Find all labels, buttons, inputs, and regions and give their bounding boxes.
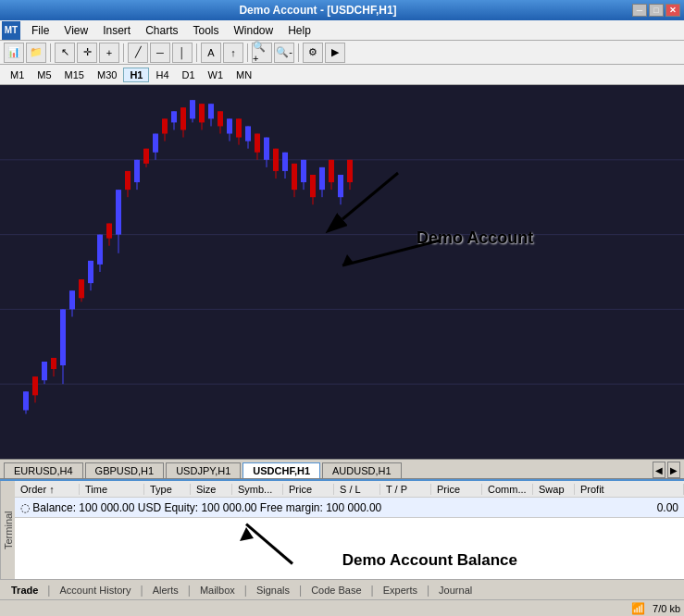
data-usage: 7/0 kb [653,603,680,614]
svg-rect-28 [125,171,131,190]
line-tool-btn[interactable]: ╱ [128,43,148,63]
chart-fwd-btn[interactable]: ▶ [325,43,345,63]
col-size: Size [191,484,232,495]
svg-rect-74 [338,175,343,197]
col-price: Price [283,484,334,495]
tab-mailbox[interactable]: Mailbox [193,583,243,598]
menu-charts[interactable]: Charts [138,22,185,39]
tf-w1[interactable]: W1 [202,68,230,82]
svg-rect-76 [347,160,353,182]
svg-rect-66 [301,160,306,182]
menu-view[interactable]: View [56,22,95,39]
close-button[interactable]: ✕ [665,4,680,17]
svg-rect-10 [42,362,47,380]
svg-rect-30 [134,160,140,182]
chart-area[interactable]: Demo Account [0,85,684,459]
svg-rect-14 [60,309,66,365]
timeframe-bar: M1 M5 M15 M30 H1 H4 D1 W1 MN [0,65,684,85]
crosshair-btn[interactable]: ✛ [77,43,97,63]
svg-rect-18 [79,279,84,298]
col-comm: Comm... [482,484,533,495]
balance-info: ◌ Balance: 100 000.00 USD Equity: 100 00… [20,501,628,514]
tf-m5[interactable]: M5 [31,68,57,82]
cursor-btn[interactable]: ↖ [55,43,75,63]
new-chart-btn[interactable]: 📊 [4,43,24,63]
tf-h1[interactable]: H1 [123,68,149,82]
tab-account-history[interactable]: Account History [52,583,138,598]
minimize-button[interactable]: ─ [632,4,647,17]
vline-btn[interactable]: │ [172,43,193,63]
svg-rect-38 [171,111,177,122]
tf-h4[interactable]: H4 [149,68,175,82]
terminal-label: Terminal [0,481,15,579]
svg-rect-24 [106,223,112,238]
svg-line-81 [246,524,292,564]
svg-marker-82 [240,527,254,541]
svg-rect-64 [292,164,297,190]
menu-help[interactable]: Help [280,22,318,39]
chart-tab-gbpusd[interactable]: GBPUSD,H1 [85,462,165,478]
tf-m1[interactable]: M1 [4,68,31,82]
tf-m30[interactable]: M30 [91,68,123,82]
open-btn[interactable]: 📁 [26,43,46,63]
col-time: Time [80,484,144,495]
menu-file[interactable]: File [24,22,56,39]
svg-rect-40 [180,107,186,129]
arrow-btn[interactable]: ↑ [223,43,243,63]
tab-signals[interactable]: Signals [249,583,297,598]
tf-m15[interactable]: M15 [58,68,91,82]
tab-experts[interactable]: Experts [376,583,425,598]
status-bar: 📶 7/0 kb [0,599,684,616]
chart-tab-usdjpy[interactable]: USDJPY,H1 [166,462,241,478]
svg-rect-12 [51,358,56,369]
svg-rect-32 [143,149,149,164]
chart-tab-eurusd[interactable]: EURUSD,H4 [4,462,83,478]
col-price2: Price [431,484,482,495]
app-logo: MT [2,21,20,40]
text-btn[interactable]: A [201,43,221,63]
toolbar: 📊 📁 ↖ ✛ + ╱ ─ │ A ↑ 🔍+ 🔍- ⚙ ▶ [0,41,684,65]
svg-rect-48 [218,111,223,126]
toolbar-sep-2 [123,43,124,62]
zoom-chart-out-btn[interactable]: 🔍- [274,43,294,63]
chart-tab-usdchf[interactable]: USDCHF,H1 [243,462,320,478]
window-title: Demo Account - [USDCHF,H1] [4,4,632,17]
chart-tab-audusd[interactable]: AUDUSD,H1 [322,462,402,478]
prop-btn[interactable]: ⚙ [303,43,323,63]
toolbar-sep-1 [50,43,51,62]
tf-d1[interactable]: D1 [176,68,202,82]
svg-rect-44 [199,104,205,122]
svg-rect-16 [69,290,75,309]
svg-rect-62 [282,153,288,171]
svg-rect-58 [264,138,269,160]
chart-tab-next[interactable]: ▶ [667,462,680,478]
col-type: Type [144,484,191,495]
tab-trade[interactable]: Trade [4,583,45,598]
maximize-button[interactable]: □ [649,4,664,17]
tf-mn[interactable]: MN [230,68,258,82]
svg-rect-42 [190,100,195,118]
tab-alerts[interactable]: Alerts [145,583,186,598]
col-tp: T / P [380,484,431,495]
chart-tab-navigation: ◀ ▶ [653,462,680,478]
zoom-chart-btn[interactable]: 🔍+ [252,43,272,63]
col-symbol: Symb... [232,484,283,495]
candlestick-chart [0,85,684,459]
svg-rect-0 [0,85,684,459]
menu-tools[interactable]: Tools [186,22,227,39]
svg-rect-52 [236,118,242,137]
profit-value: 0.00 [628,501,678,514]
chart-tab-prev[interactable]: ◀ [653,462,665,478]
tab-code-base[interactable]: Code Base [304,583,368,598]
terminal-columns: Order ↑ Time Type Size Symb... Price S /… [15,481,684,498]
zoom-in-btn[interactable]: + [99,43,119,63]
menu-bar: MT File View Insert Charts Tools Window … [0,20,684,41]
hline-btn[interactable]: ─ [150,43,170,63]
tab-journal[interactable]: Journal [431,583,479,598]
chart-tabs: EURUSD,H4 GBPUSD,H1 USDJPY,H1 USDCHF,H1 … [0,459,684,479]
terminal-content: Order ↑ Time Type Size Symb... Price S /… [15,481,684,579]
svg-rect-8 [32,376,38,395]
svg-rect-56 [255,134,260,153]
menu-insert[interactable]: Insert [95,22,138,39]
menu-window[interactable]: Window [227,22,281,39]
